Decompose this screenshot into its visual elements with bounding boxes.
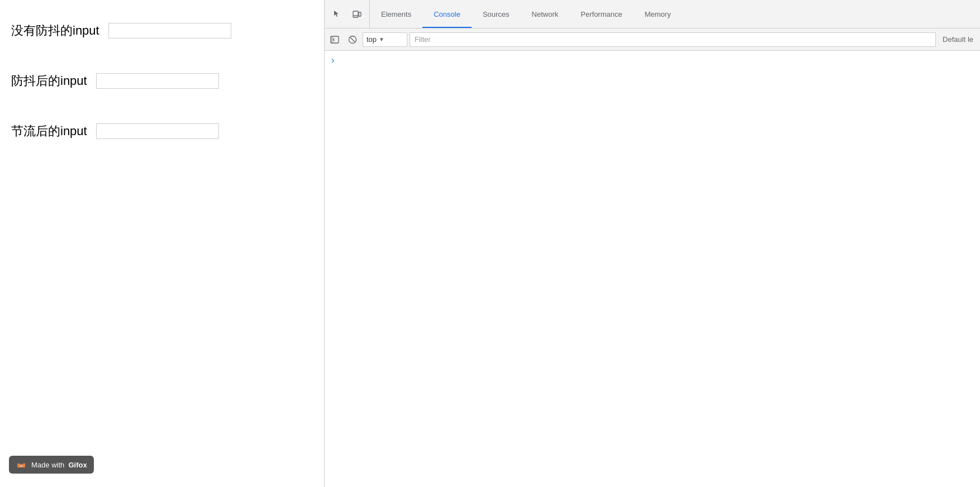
gifox-badge-text: Made with Gifox xyxy=(31,461,87,469)
clear-console-icon[interactable] xyxy=(345,32,360,47)
tab-sources[interactable]: Sources xyxy=(472,0,521,28)
inspect-icon[interactable] xyxy=(329,6,345,22)
gifox-badge: Made with Gifox xyxy=(9,456,94,474)
no-debounce-input[interactable] xyxy=(108,23,231,39)
svg-rect-8 xyxy=(331,36,333,43)
device-toolbar-icon[interactable] xyxy=(349,6,365,22)
console-filter-input[interactable] xyxy=(410,32,936,47)
throttle-input[interactable] xyxy=(96,123,219,139)
tab-performance[interactable]: Performance xyxy=(569,0,633,28)
console-prompt-chevron[interactable]: › xyxy=(325,51,341,70)
svg-rect-5 xyxy=(359,12,361,16)
devtools-icon-group xyxy=(325,0,370,28)
tab-console[interactable]: Console xyxy=(422,0,472,28)
console-content[interactable]: › xyxy=(325,51,980,487)
svg-point-3 xyxy=(20,465,23,467)
no-debounce-label: 没有防抖的input xyxy=(11,22,99,39)
devtools-tabs: Elements Console Sources Network Perform… xyxy=(370,0,980,28)
gifox-badge-bold: Gifox xyxy=(68,461,87,469)
svg-line-10 xyxy=(333,40,335,41)
throttle-label: 节流后的input xyxy=(11,123,87,140)
tab-memory[interactable]: Memory xyxy=(634,0,682,28)
debounce-label: 防抖后的input xyxy=(11,73,87,89)
console-sidebar-icon[interactable] xyxy=(327,32,342,47)
devtools-toolbar: Elements Console Sources Network Perform… xyxy=(325,0,980,28)
tab-elements[interactable]: Elements xyxy=(370,0,422,28)
debounce-input[interactable] xyxy=(96,73,219,89)
console-context-select[interactable]: top ▼ xyxy=(363,32,407,47)
webpage-panel: 没有防抖的input 防抖后的input 节流后的input Made with… xyxy=(0,0,324,487)
default-levels-label: Default le xyxy=(938,35,978,44)
no-debounce-row: 没有防抖的input xyxy=(11,22,313,39)
svg-line-12 xyxy=(350,37,355,42)
tab-network[interactable]: Network xyxy=(521,0,570,28)
svg-rect-4 xyxy=(353,11,358,17)
debounce-row: 防抖后的input xyxy=(11,73,313,89)
throttle-row: 节流后的input xyxy=(11,123,313,140)
console-toolbar: top ▼ Default le xyxy=(325,28,980,51)
devtools-panel: Elements Console Sources Network Perform… xyxy=(325,0,980,487)
dropdown-arrow-icon: ▼ xyxy=(379,36,384,42)
gifox-icon xyxy=(16,459,27,470)
